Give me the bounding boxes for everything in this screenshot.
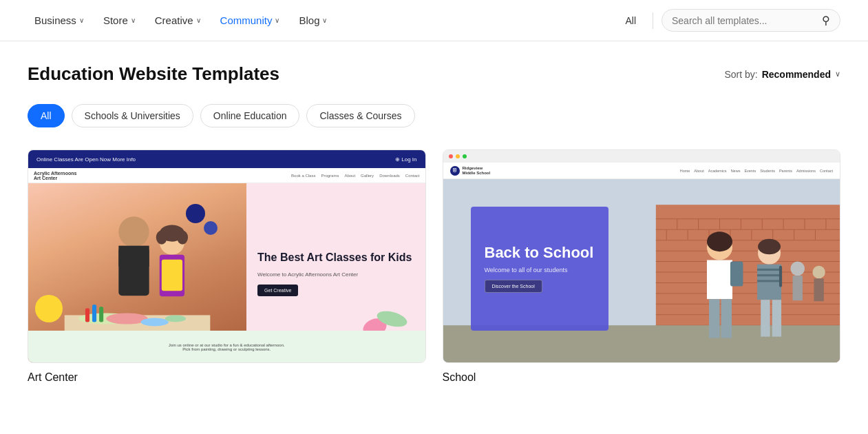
- school-logo-icon: ⛨: [450, 166, 460, 176]
- school-nav-link: Home: [680, 169, 690, 173]
- svg-point-16: [165, 315, 186, 322]
- all-filter-button[interactable]: All: [617, 11, 644, 30]
- filter-tab-schools[interactable]: Schools & Universities: [72, 104, 193, 127]
- template-name-art-center: Art Center: [28, 371, 426, 384]
- school-nav-link: News: [731, 169, 741, 173]
- template-preview-art-center: Online Classes Are Open Now More Info ⊕ …: [28, 149, 426, 363]
- svg-rect-3: [92, 304, 96, 322]
- nav-item-business[interactable]: Business ∨: [28, 9, 91, 32]
- template-card-art-center[interactable]: Online Classes Are Open Now More Info ⊕ …: [28, 149, 426, 384]
- art-bottom-strip: Join us online or at our studio for a fu…: [28, 331, 425, 362]
- svg-point-12: [177, 231, 188, 245]
- page-header: Education Website Templates Sort by: Rec…: [28, 63, 840, 85]
- filter-tabs: All Schools & Universities Online Educat…: [28, 104, 840, 127]
- browser-dot-red: [449, 154, 453, 158]
- art-deco-circle-dark: [186, 204, 205, 223]
- art-nav-link: Contact: [405, 174, 420, 178]
- svg-point-15: [141, 318, 169, 326]
- search-icon[interactable]: ⚲: [822, 14, 830, 27]
- school-headline-box: Back to School Welcome to all of our stu…: [471, 207, 608, 331]
- template-name-school: School: [443, 371, 841, 384]
- search-bar[interactable]: ⚲: [661, 9, 840, 32]
- art-deco-yellow-circle: [35, 295, 63, 322]
- school-nav-link: Students: [760, 169, 775, 173]
- svg-point-11: [156, 231, 167, 245]
- svg-point-63: [758, 239, 781, 255]
- chevron-icon: ∨: [131, 17, 136, 24]
- art-headline: The Best Art Classes for Kids: [257, 251, 414, 264]
- school-nav-link: About: [694, 169, 703, 173]
- art-nav-link: About: [344, 174, 355, 178]
- chevron-icon: ∨: [79, 17, 84, 24]
- sort-by-dropdown[interactable]: Sort by: Recommended ∨: [724, 69, 840, 80]
- chevron-icon: ∨: [322, 17, 327, 24]
- art-nav-link: Book a Class: [291, 174, 315, 178]
- school-browser-bar: [443, 150, 840, 163]
- page-content: Education Website Templates Sort by: Rec…: [0, 41, 868, 397]
- svg-rect-61: [761, 300, 770, 337]
- page-title: Education Website Templates: [28, 63, 279, 85]
- browser-dot-green: [463, 154, 467, 158]
- template-grid: Online Classes Are Open Now More Info ⊕ …: [28, 149, 840, 384]
- school-hero-background: Back to School Welcome to all of our stu…: [443, 179, 840, 362]
- svg-rect-68: [814, 278, 823, 301]
- school-nav-link: Parents: [779, 169, 792, 173]
- nav-item-blog[interactable]: Blog ∨: [292, 9, 334, 32]
- art-center-preview: Online Classes Are Open Now More Info ⊕ …: [28, 150, 425, 362]
- svg-rect-60: [757, 280, 781, 282]
- art-cta-button: Get Creative: [257, 285, 298, 296]
- nav-item-creative[interactable]: Creative ∨: [148, 9, 208, 32]
- art-nav-link: Downloads: [379, 174, 400, 178]
- svg-rect-2: [85, 308, 89, 322]
- art-deco-circle-mid: [204, 221, 218, 235]
- school-nav-links: Home About Academics News Events Student…: [680, 169, 833, 173]
- sort-by-value: Recommended: [762, 69, 831, 80]
- school-hero: Back to School Welcome to all of our stu…: [443, 179, 840, 362]
- school-cta-button: Discover the School: [485, 280, 542, 293]
- svg-rect-13: [162, 260, 182, 291]
- svg-rect-66: [792, 276, 802, 300]
- art-top-bar-text: Online Classes Are Open Now More Info: [36, 156, 136, 163]
- chevron-icon: ∨: [196, 17, 201, 24]
- school-nav-link: Events: [744, 169, 756, 173]
- svg-rect-4: [99, 307, 103, 322]
- sort-chevron-icon: ∨: [835, 70, 840, 79]
- nav-label-community: Community: [220, 14, 273, 26]
- art-login: ⊕ Log In: [395, 156, 416, 163]
- nav-left: Business ∨ Store ∨ Creative ∨ Community …: [28, 9, 617, 32]
- nav-label-store: Store: [103, 14, 128, 26]
- nav-label-creative: Creative: [155, 14, 193, 26]
- svg-rect-7: [118, 246, 149, 267]
- svg-rect-52: [709, 299, 719, 338]
- nav-divider: [653, 12, 653, 29]
- nav-item-community[interactable]: Community ∨: [213, 9, 287, 32]
- filter-tab-online[interactable]: Online Education: [200, 104, 300, 127]
- nav-item-store[interactable]: Store ∨: [96, 9, 142, 32]
- svg-point-5: [118, 216, 149, 247]
- svg-rect-53: [721, 299, 731, 338]
- art-logo: Acrylic AfternoonsArt Center: [34, 171, 76, 180]
- main-navigation: Business ∨ Store ∨ Creative ∨ Community …: [0, 0, 868, 41]
- svg-rect-62: [772, 300, 781, 337]
- svg-rect-59: [757, 274, 781, 276]
- svg-point-65: [790, 262, 805, 276]
- school-headline: Back to School: [485, 245, 595, 261]
- filter-tab-classes[interactable]: Classes & Courses: [306, 104, 414, 127]
- template-card-school[interactable]: ⛨ RidgeviewMiddle School Home About Acad…: [443, 149, 841, 384]
- nav-label-blog: Blog: [299, 14, 319, 26]
- school-subtext: Welcome to all of our students: [485, 267, 595, 275]
- art-hero: The Best Art Classes for Kids Welcome to…: [28, 183, 425, 362]
- svg-point-67: [812, 266, 825, 279]
- search-input[interactable]: [672, 15, 816, 26]
- nav-label-business: Business: [34, 14, 76, 26]
- school-nav-link: Contact: [820, 169, 833, 173]
- svg-point-54: [706, 231, 732, 251]
- filter-tab-all[interactable]: All: [28, 104, 65, 127]
- art-bottom-text2: Pick from painting, drawing or sculpting…: [182, 347, 271, 351]
- school-nav-bar: ⛨ RidgeviewMiddle School Home About Acad…: [443, 163, 840, 179]
- svg-rect-64: [779, 266, 781, 287]
- nav-right: All ⚲: [617, 9, 840, 32]
- school-nav-link: Admissions: [796, 169, 816, 173]
- chevron-icon: ∨: [275, 17, 279, 24]
- sort-by-label: Sort by:: [724, 69, 757, 80]
